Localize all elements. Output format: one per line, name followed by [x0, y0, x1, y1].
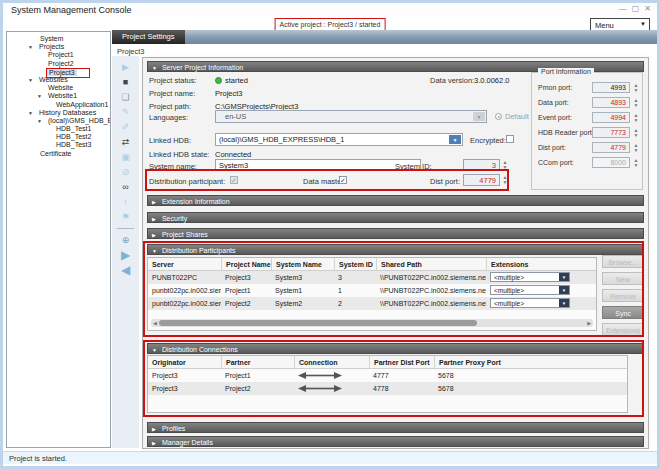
- extensions-dropdown[interactable]: <multiple>▼: [490, 272, 570, 282]
- tree-item-webapplication1[interactable]: WebApplication1: [7, 101, 110, 109]
- section-distribution-connections[interactable]: ▼ Distribution Connections: [147, 343, 644, 354]
- spinner-arrows-icon[interactable]: ▲▼: [632, 128, 640, 137]
- horizontal-scrollbar[interactable]: ◀ ▶: [151, 319, 593, 327]
- tree-item-websites[interactable]: ▼Websites: [7, 76, 110, 84]
- spinner-arrows-icon[interactable]: ▲▼: [632, 98, 640, 107]
- close-icon[interactable]: ✕: [644, 4, 651, 14]
- column-header-shared-path[interactable]: Shared Path: [376, 258, 486, 270]
- dist-port-spinner[interactable]: 4779: [463, 174, 500, 186]
- data-port-spinner[interactable]: 4893: [592, 97, 630, 108]
- table-row[interactable]: punbt022pc.in002.siemerProject1System11\…: [148, 284, 596, 297]
- scroll-left-icon[interactable]: ◀: [153, 319, 157, 327]
- dist-port-spinner[interactable]: 4779: [592, 142, 630, 153]
- extensions-button[interactable]: Extensions: [602, 323, 644, 336]
- section-extension-information[interactable]: ▶ Extension Information: [147, 195, 644, 206]
- section-project-shares[interactable]: ▶ Project Shares: [147, 228, 644, 239]
- column-header-originator[interactable]: Originator: [148, 356, 221, 368]
- column-header-extensions[interactable]: Extensions: [486, 258, 594, 270]
- save-icon[interactable]: ▣: [112, 151, 139, 163]
- tab-project-settings[interactable]: Project Settings: [112, 30, 185, 44]
- spinner-arrows-icon[interactable]: ▲▼: [632, 113, 640, 122]
- table-row[interactable]: Project3Project247785678: [148, 382, 627, 395]
- expander-icon[interactable]: ▼: [28, 43, 37, 51]
- tree-item-hdb-test1[interactable]: HDB_Test1: [7, 125, 110, 133]
- spinner-arrows-icon[interactable]: ▲▼: [632, 83, 640, 92]
- share-link-icon[interactable]: ∞: [112, 181, 139, 193]
- tree-item-website[interactable]: Website: [7, 84, 110, 92]
- expander-icon[interactable]: ▼: [28, 76, 37, 84]
- table-row[interactable]: Project3Project147775678: [148, 369, 627, 382]
- column-header-system-name[interactable]: System Name: [271, 258, 334, 270]
- table-row[interactable]: PUNBT022PCProject3System33\\PUNBT022PC.i…: [148, 271, 596, 284]
- tree-item-label: Projects: [37, 43, 66, 50]
- scrollbar-thumb[interactable]: [159, 320, 477, 326]
- sync-button[interactable]: Sync: [602, 306, 644, 319]
- languages-dropdown[interactable]: en-US ▼: [215, 110, 487, 123]
- tree-item-project1[interactable]: Project1: [7, 51, 110, 59]
- event-port-spinner[interactable]: 4994: [592, 112, 630, 123]
- column-header-partner-dist-port[interactable]: Partner Dist Port: [369, 356, 434, 368]
- pmon-port-spinner[interactable]: 4993: [592, 82, 630, 93]
- add-icon[interactable]: ⊕: [112, 234, 139, 246]
- tree-item-hdb-test3[interactable]: HDB_Test3: [7, 141, 110, 149]
- minimize-icon[interactable]: —: [619, 4, 627, 14]
- tree-item-system[interactable]: System: [7, 35, 110, 43]
- maximize-icon[interactable]: ▢: [632, 4, 640, 14]
- scroll-right-icon[interactable]: ▶: [587, 319, 591, 327]
- column-header-connection[interactable]: Connection: [294, 356, 369, 368]
- system-name-input[interactable]: System3: [215, 159, 421, 171]
- spinner-arrows-icon[interactable]: ▲▼: [501, 160, 509, 169]
- ccom-port-spinner[interactable]: 8000: [592, 157, 630, 168]
- expander-icon[interactable]: ▼: [37, 117, 46, 125]
- table-row[interactable]: punbt022pc.in002.siemerProject2System22\…: [148, 297, 596, 310]
- start-project-icon[interactable]: ▶: [112, 61, 139, 73]
- section-security[interactable]: ▶ Security: [147, 212, 644, 223]
- cancel-icon[interactable]: ⊘: [112, 166, 139, 178]
- tree-item-history-databases[interactable]: ▼History Databases: [7, 109, 110, 117]
- data-master-checkbox[interactable]: ✓: [339, 176, 347, 184]
- new-button[interactable]: New: [602, 272, 644, 285]
- pin-icon[interactable]: ⚑: [112, 211, 139, 223]
- tree-item-project3[interactable]: Project3: [7, 68, 110, 76]
- default-radio[interactable]: [495, 113, 502, 120]
- remove-button[interactable]: Remove: [602, 289, 644, 302]
- linked-hdb-dropdown[interactable]: (local)\GMS_HDB_EXPRESS\HDB_1 ▼: [215, 133, 463, 146]
- back-icon[interactable]: ◀: [112, 264, 139, 276]
- section-profiles[interactable]: ▶ Profiles: [147, 422, 644, 433]
- column-header-partner-proxy-port[interactable]: Partner Proxy Port: [434, 356, 509, 368]
- tree-item-certificate[interactable]: Certificate: [7, 150, 110, 158]
- system-id-spinner[interactable]: 3: [463, 159, 500, 171]
- tree-item-website1[interactable]: ▼Website1: [7, 92, 110, 100]
- extensions-dropdown[interactable]: <multiple>▼: [490, 285, 570, 295]
- tree-item-project2[interactable]: Project2: [7, 60, 110, 68]
- extensions-dropdown[interactable]: <multiple>▼: [490, 298, 570, 308]
- spinner-arrows-icon[interactable]: ▲▼: [501, 175, 509, 184]
- tree-item-label: Website1: [46, 92, 79, 99]
- column-header-system-id[interactable]: System ID: [334, 258, 376, 270]
- new-project-icon[interactable]: ❏: [112, 91, 139, 103]
- section-distribution-participants[interactable]: ▼ Distribution Participants: [147, 244, 644, 255]
- browse-button[interactable]: Browse...: [602, 255, 644, 268]
- spinner-arrows-icon[interactable]: ▲▼: [632, 158, 640, 167]
- project-name-label: Project name:: [149, 89, 195, 98]
- edit-project-icon[interactable]: ✎: [112, 106, 139, 118]
- tree-item-projects[interactable]: ▼Projects: [7, 43, 110, 51]
- distribution-participant-checkbox[interactable]: ✓: [230, 176, 238, 184]
- section-title: Distribution Participants: [162, 247, 236, 254]
- hdb-reader-port-spinner[interactable]: 7773: [592, 127, 630, 138]
- expander-icon[interactable]: ▼: [37, 92, 46, 100]
- column-header-server[interactable]: Server: [148, 258, 221, 270]
- stop-project-icon[interactable]: ■: [112, 76, 139, 88]
- column-header-partner[interactable]: Partner: [221, 356, 294, 368]
- section-manager-details[interactable]: ▶ Manager Details: [147, 436, 644, 447]
- rename-project-icon[interactable]: ✐: [112, 121, 139, 133]
- link-hdb-icon[interactable]: ⇄: [112, 136, 139, 148]
- spinner-arrows-icon[interactable]: ▲▼: [632, 143, 640, 152]
- encrypted-checkbox[interactable]: [506, 135, 514, 143]
- upgrade-icon[interactable]: ↑: [112, 196, 139, 208]
- tree-item-hdb-test2[interactable]: HDB_Test2: [7, 133, 110, 141]
- next-icon[interactable]: ▶: [112, 249, 139, 261]
- tree-item-local-gms-hdb-express[interactable]: ▼(local)\GMS_HDB_EXPRESS: [7, 117, 110, 125]
- column-header-project-name[interactable]: Project Name: [221, 258, 271, 270]
- expander-icon[interactable]: ▼: [28, 109, 37, 117]
